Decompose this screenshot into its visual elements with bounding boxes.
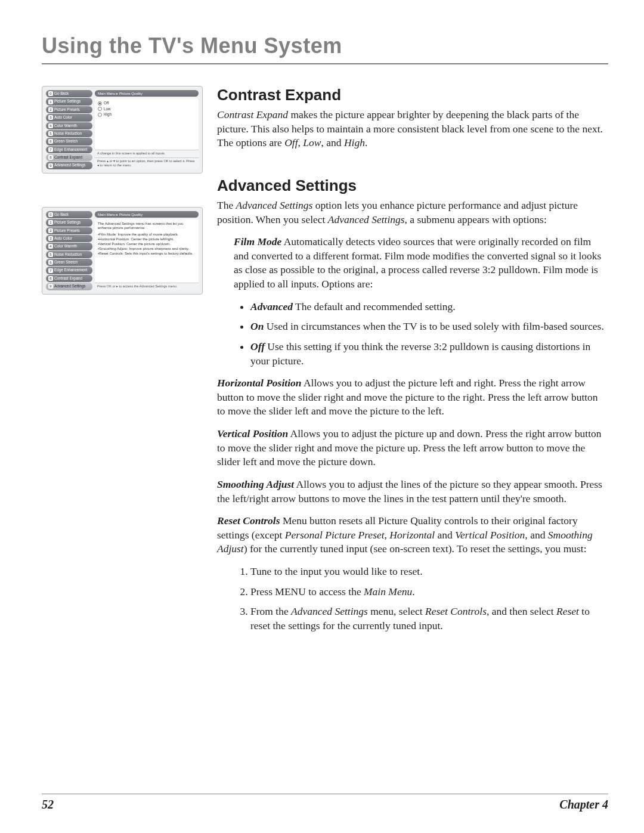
para-advanced-intro: The Advanced Settings option lets you en…	[217, 199, 608, 227]
text: From the	[250, 605, 291, 617]
sidebar-item-label: Advanced Settings	[54, 284, 86, 288]
radio-label: Low	[104, 107, 111, 112]
text: and	[528, 529, 548, 541]
sidebar-item-label: Picture Settings	[54, 100, 80, 103]
radio-icon	[98, 101, 102, 106]
option-low: Low	[303, 137, 321, 148]
sidebar-item-num: 6	[48, 260, 53, 265]
desc-intro: The Advanced Settings menu has screens t…	[98, 222, 196, 231]
radio-label: Off	[104, 101, 109, 106]
sidebar-item-num: 0	[48, 212, 53, 217]
sidebar-item-num: 7	[48, 268, 53, 273]
screenshot-help-1: A change in this screen is applied to al…	[95, 150, 199, 157]
sidebar-item-label: Picture Presets	[54, 108, 80, 112]
sidebar-item-num: 8	[48, 155, 53, 160]
text: .	[412, 586, 414, 597]
label-film-mode: Film Mode	[234, 236, 281, 247]
radio-option: High	[98, 112, 196, 117]
list-item: Advanced The default and recommended set…	[250, 300, 608, 314]
screenshot-panel: Main Menu ▸ Picture Quality The Advanced…	[95, 211, 199, 290]
screenshot-contrast-expand: 0Go Back1Picture Settings2Picture Preset…	[42, 86, 203, 174]
option-name: On	[250, 320, 264, 332]
sidebar-item-label: Go Back	[54, 92, 69, 95]
term: Reset Controls,	[425, 605, 489, 617]
term: Advanced Settings	[291, 605, 368, 617]
sidebar-item: 0Go Back	[46, 90, 92, 97]
screenshot-help: Press OK or ▸ to access the Advanced Set…	[95, 283, 199, 290]
sidebar-item-label: Green Stretch	[54, 140, 78, 143]
sidebar-item: 7Edge Enhancement	[46, 267, 92, 274]
desc-list-item: •Smoothing Adjust: Improve picture sharp…	[98, 247, 196, 252]
text: Tune to the input you would like to rese…	[250, 565, 423, 577]
sidebar-item-num: 6	[48, 139, 53, 144]
sidebar-item-label: Noise Reduction	[54, 132, 82, 135]
sidebar-item-num: 4	[48, 244, 53, 249]
sidebar-item-num: 1	[48, 100, 53, 104]
term: Advanced Settings	[236, 199, 313, 211]
term: Personal Picture Preset	[285, 529, 385, 541]
heading-advanced-settings: Advanced Settings	[217, 176, 608, 195]
film-mode-options: Advanced The default and recommended set…	[250, 300, 608, 368]
text: ) for the currently tuned input (see on-…	[244, 543, 587, 555]
sidebar-item: 6Green Stretch	[46, 138, 92, 145]
sidebar-item-label: Edge Enhancement	[54, 268, 87, 272]
sidebar-item-label: Noise Reduction	[54, 253, 82, 256]
screenshot-description: The Advanced Settings menu has screens t…	[95, 219, 199, 283]
sidebar-item-num: 9	[48, 163, 53, 168]
desc-list-item: •Vertical Position: Center the picture u…	[98, 242, 196, 247]
page-footer: 52 Chapter 4	[42, 794, 608, 812]
chapter-label: Chapter 4	[559, 798, 608, 812]
sidebar-item: 2Picture Presets	[46, 227, 92, 234]
sidebar-item-label: Picture Presets	[54, 229, 80, 233]
term: Main Menu	[364, 586, 412, 597]
text: .	[365, 137, 367, 148]
term: Reset	[556, 605, 579, 617]
text: The	[217, 199, 236, 211]
sidebar-item-label: Contrast Expand	[54, 277, 82, 280]
screenshot-sidebar: 0Go Back1Picture Settings2Picture Preset…	[46, 211, 92, 290]
sidebar-item: 9Advanced Settings	[46, 162, 92, 169]
sidebar-item-label: Color Warmth	[54, 244, 78, 248]
sidebar-item-num: 4	[48, 123, 53, 128]
para-smoothing-adjust: Smoothing Adjust Allows you to adjust th…	[217, 478, 608, 506]
para-film-mode: Film Mode Automatically detects video so…	[234, 235, 608, 292]
term: Horizontal	[389, 529, 435, 541]
radio-option: Low	[98, 107, 196, 112]
sidebar-item-num: 2	[48, 107, 53, 112]
list-item: Tune to the input you would like to rese…	[250, 565, 608, 579]
para-vertical-position: Vertical Position Allows you to adjust t…	[217, 427, 608, 469]
option-off: Off	[284, 137, 298, 148]
text: Press MENU to access the	[250, 586, 364, 597]
label-smoothing-adjust: Smoothing Adjust	[217, 478, 294, 490]
page-number: 52	[42, 798, 54, 812]
reset-steps: Tune to the input you would like to rese…	[250, 565, 608, 633]
screenshot-panel: Main Menu ▸ Picture Quality OffLowHigh A…	[95, 90, 199, 169]
sidebar-item-label: Edge Enhancement	[54, 148, 87, 151]
radio-icon	[98, 113, 102, 117]
term-contrast-expand: Contrast Expand	[217, 109, 288, 120]
heading-contrast-expand: Contrast Expand	[217, 86, 608, 104]
text: The default and recommended setting.	[293, 301, 456, 312]
sidebar-item: 4Color Warmth	[46, 243, 92, 250]
sidebar-item-num: 1	[48, 220, 53, 225]
text: , and	[321, 137, 344, 148]
option-name: Advanced	[250, 301, 293, 312]
term: Advanced Settings	[328, 213, 405, 225]
sidebar-item: 4Color Warmth	[46, 122, 92, 129]
para-horizontal-position: Horizontal Position Allows you to adjust…	[217, 376, 608, 419]
sidebar-item: 5Noise Reduction	[46, 130, 92, 137]
sidebar-item-num: 3	[48, 115, 53, 120]
text: Use this setting if you think the revers…	[250, 340, 590, 367]
sidebar-item-num: 3	[48, 236, 53, 241]
list-item: Off Use this setting if you think the re…	[250, 340, 608, 368]
option-name: Off	[250, 340, 265, 352]
desc-list-item: •Film Mode: Improve the quality of movie…	[98, 233, 196, 237]
text: menu, select	[368, 605, 425, 617]
sidebar-item: 2Picture Presets	[46, 106, 92, 113]
label-vertical-position: Vertical Position	[217, 428, 288, 439]
sidebar-item: 0Go Back	[46, 211, 92, 218]
sidebar-item: 8Contrast Expand	[46, 275, 92, 282]
sidebar-item-num: 2	[48, 228, 53, 233]
list-item: Press MENU to access the Main Menu.	[250, 585, 608, 599]
sidebar-item: 3Auto Color	[46, 235, 92, 242]
